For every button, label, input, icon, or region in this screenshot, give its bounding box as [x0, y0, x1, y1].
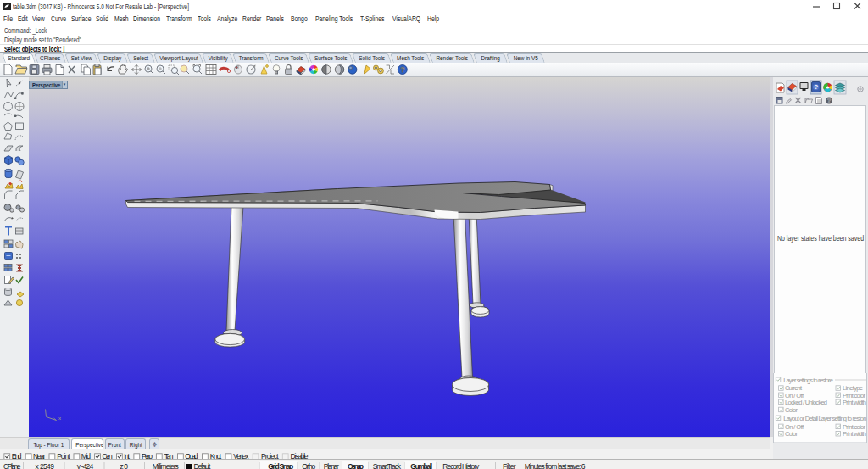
svg-text:Layout or Detail Layer setting: Layout or Detail Layer setting to reston: [783, 415, 866, 422]
svg-text:CPlane: CPlane: [3, 462, 21, 469]
svg-text:Locked / Unlocked: Locked / Unlocked: [785, 399, 827, 406]
svg-text:Gumball: Gumball: [410, 462, 432, 469]
svg-text:Grid Snap: Grid Snap: [268, 462, 293, 469]
svg-text:SmartTrack: SmartTrack: [373, 462, 402, 469]
svg-text:Default: Default: [194, 462, 212, 469]
svg-text:Print width: Print width: [843, 430, 866, 438]
svg-text:y -424: y -424: [77, 462, 94, 469]
svg-text:Osnap: Osnap: [348, 462, 364, 469]
svg-text:Minutes from last save: 6: Minutes from last save: 6: [525, 462, 586, 469]
svg-text:Print width: Print width: [843, 399, 866, 406]
svg-text:Millimeters: Millimeters: [153, 462, 179, 469]
svg-text:?: ?: [401, 65, 405, 74]
svg-text:z 0: z 0: [120, 462, 129, 469]
svg-text:Record History: Record History: [442, 462, 480, 469]
svg-text:Layer settings to restore: Layer settings to restore: [783, 377, 833, 384]
svg-text:Planar: Planar: [324, 462, 339, 469]
svg-text:Ortho: Ortho: [302, 462, 315, 469]
svg-text:?: ?: [827, 98, 831, 103]
svg-text:Color: Color: [785, 406, 798, 414]
svg-text:Color: Color: [785, 430, 798, 438]
svg-text:?: ?: [814, 83, 818, 91]
svg-text:x 2549: x 2549: [36, 462, 55, 469]
svg-text:Filter: Filter: [503, 462, 516, 469]
